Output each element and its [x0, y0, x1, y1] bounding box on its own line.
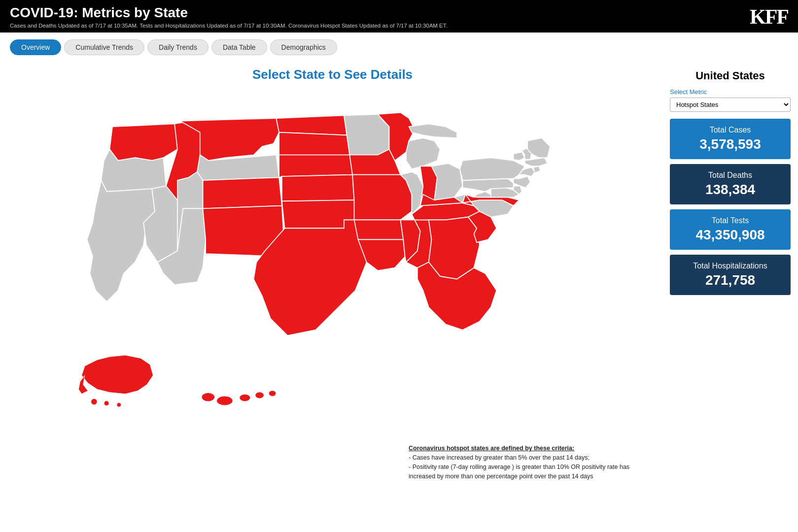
total-tests-value: 43,350,908: [675, 227, 786, 243]
select-metric-label: Select Metric: [670, 88, 791, 96]
state-vt[interactable]: [513, 152, 524, 161]
total-hospitalizations-value: 271,758: [675, 272, 786, 288]
tab-cumulative-trends[interactable]: Cumulative Trends: [64, 39, 144, 55]
state-ak-islands2: [104, 401, 109, 406]
hotspot-criteria-1: - Cases have increased by greater than 5…: [409, 454, 590, 461]
nav-tabs: Overview Cumulative Trends Daily Trends …: [0, 33, 798, 62]
tab-data-table[interactable]: Data Table: [211, 39, 267, 55]
state-mn[interactable]: [344, 114, 389, 155]
header-subtitle: Cases and Deaths Updated as of 7/17 at 1…: [10, 23, 448, 29]
metric-select-dropdown[interactable]: Hotspot States Total Cases Total Deaths …: [670, 98, 791, 112]
total-cases-card: Total Cases 3,578,593: [670, 119, 791, 159]
svg-point-4: [269, 391, 276, 397]
state-ak[interactable]: [81, 355, 153, 394]
tab-demographics[interactable]: Demographics: [270, 39, 337, 55]
svg-point-1: [216, 396, 233, 405]
tab-daily-trends[interactable]: Daily Trends: [147, 39, 208, 55]
state-ny[interactable]: [459, 158, 524, 180]
total-hospitalizations-card: Total Hospitalizations 271,758: [670, 255, 791, 295]
total-cases-label: Total Cases: [675, 126, 786, 134]
total-deaths-card: Total Deaths 138,384: [670, 164, 791, 204]
svg-point-3: [255, 392, 264, 399]
main-content: Select State to See Details: [0, 62, 798, 491]
state-ne[interactable]: [279, 155, 352, 177]
state-ks[interactable]: [281, 175, 354, 201]
svg-point-2: [239, 394, 250, 401]
state-sd[interactable]: [279, 133, 349, 155]
total-tests-card: Total Tests 43,350,908: [670, 209, 791, 250]
page-title: COVID-19: Metrics by State: [10, 5, 448, 21]
total-tests-label: Total Tests: [675, 216, 786, 225]
state-mi-upper[interactable]: [409, 124, 456, 138]
total-hospitalizations-label: Total Hospitalizations: [675, 262, 786, 270]
sidebar: United States Select Metric Hotspot Stat…: [665, 62, 798, 491]
total-deaths-value: 138,384: [675, 182, 786, 198]
state-mi-lower[interactable]: [406, 138, 440, 169]
region-title: United States: [670, 69, 791, 82]
map-area: Select State to See Details: [0, 62, 665, 491]
header-left: COVID-19: Metrics by State Cases and Dea…: [10, 5, 448, 29]
state-co[interactable]: [203, 177, 281, 208]
header: COVID-19: Metrics by State Cases and Dea…: [0, 0, 798, 33]
svg-point-0: [201, 393, 214, 401]
total-cases-value: 3,578,593: [675, 136, 786, 152]
us-map: [62, 87, 604, 439]
state-ak-islands: [91, 399, 97, 405]
state-ri[interactable]: [533, 166, 540, 173]
state-ak-islands3: [116, 402, 121, 407]
state-ar[interactable]: [354, 220, 403, 239]
state-wa[interactable]: [109, 124, 180, 160]
kff-logo: KFF: [750, 5, 788, 29]
hotspot-criteria-2: - Positivity rate (7-day rolling average…: [409, 464, 629, 480]
state-mo[interactable]: [352, 175, 412, 220]
state-ca[interactable]: [87, 180, 154, 301]
hotspot-note: Coronavirus hotspot states are defined b…: [409, 444, 655, 481]
hotspot-note-header: Coronavirus hotspot states are defined b…: [409, 445, 574, 452]
map-prompt: Select State to See Details: [10, 67, 655, 82]
total-deaths-label: Total Deaths: [675, 171, 786, 180]
tab-overview[interactable]: Overview: [10, 39, 61, 55]
state-nd[interactable]: [276, 115, 347, 135]
